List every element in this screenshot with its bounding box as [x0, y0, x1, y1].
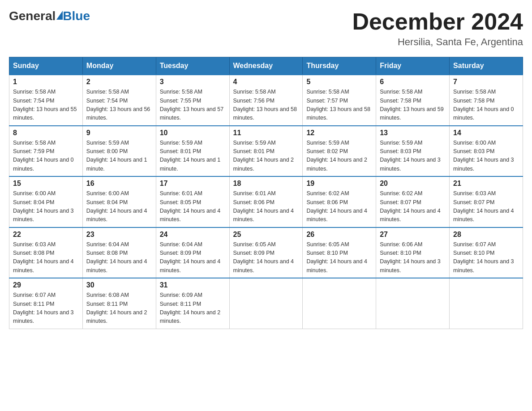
week-row-3: 15 Sunrise: 6:00 AM Sunset: 8:04 PM Dayl…: [9, 176, 523, 227]
day-info: Sunrise: 6:06 AM Sunset: 8:10 PM Dayligh…: [380, 240, 446, 275]
day-info: Sunrise: 6:04 AM Sunset: 8:08 PM Dayligh…: [86, 240, 152, 275]
week-row-2: 8 Sunrise: 5:58 AM Sunset: 7:59 PM Dayli…: [9, 126, 523, 177]
day-info: Sunrise: 6:00 AM Sunset: 8:04 PM Dayligh…: [13, 189, 79, 224]
day-cell: [303, 278, 376, 329]
day-info: Sunrise: 5:59 AM Sunset: 8:01 PM Dayligh…: [233, 139, 299, 174]
day-info: Sunrise: 5:58 AM Sunset: 7:57 PM Dayligh…: [306, 88, 372, 123]
day-info: Sunrise: 6:07 AM Sunset: 8:11 PM Dayligh…: [13, 291, 79, 326]
day-info: Sunrise: 6:00 AM Sunset: 8:04 PM Dayligh…: [86, 189, 152, 224]
day-info: Sunrise: 5:59 AM Sunset: 8:02 PM Dayligh…: [306, 139, 372, 174]
day-info: Sunrise: 5:59 AM Sunset: 8:00 PM Dayligh…: [86, 139, 152, 174]
day-number: 25: [233, 231, 299, 239]
day-cell: 5 Sunrise: 5:58 AM Sunset: 7:57 PM Dayli…: [303, 75, 376, 126]
header-row: Sunday Monday Tuesday Wednesday Thursday…: [9, 57, 523, 75]
day-info: Sunrise: 5:58 AM Sunset: 7:58 PM Dayligh…: [380, 88, 446, 123]
week-row-5: 29 Sunrise: 6:07 AM Sunset: 8:11 PM Dayl…: [9, 278, 523, 329]
day-cell: 20 Sunrise: 6:02 AM Sunset: 8:07 PM Dayl…: [376, 176, 450, 227]
day-number: 31: [160, 281, 226, 289]
header-thursday: Thursday: [303, 57, 376, 75]
header-monday: Monday: [82, 57, 156, 75]
day-number: 2: [86, 78, 152, 86]
day-cell: 15 Sunrise: 6:00 AM Sunset: 8:04 PM Dayl…: [9, 176, 83, 227]
day-number: 20: [380, 180, 446, 188]
day-number: 28: [453, 231, 519, 239]
day-cell: 19 Sunrise: 6:02 AM Sunset: 8:06 PM Dayl…: [303, 176, 376, 227]
day-info: Sunrise: 6:05 AM Sunset: 8:10 PM Dayligh…: [306, 240, 372, 275]
day-cell: 30 Sunrise: 6:08 AM Sunset: 8:11 PM Dayl…: [82, 278, 156, 329]
calendar-table: Sunday Monday Tuesday Wednesday Thursday…: [9, 57, 523, 329]
day-number: 17: [160, 180, 226, 188]
header-friday: Friday: [376, 57, 450, 75]
day-number: 26: [306, 231, 372, 239]
day-number: 9: [86, 129, 152, 137]
day-info: Sunrise: 5:58 AM Sunset: 7:54 PM Dayligh…: [86, 88, 152, 123]
day-info: Sunrise: 5:58 AM Sunset: 7:59 PM Dayligh…: [13, 139, 79, 174]
day-cell: [376, 278, 450, 329]
title-section: December 2024 Hersilia, Santa Fe, Argent…: [352, 9, 523, 48]
day-info: Sunrise: 6:01 AM Sunset: 8:05 PM Dayligh…: [160, 189, 226, 224]
day-cell: 17 Sunrise: 6:01 AM Sunset: 8:05 PM Dayl…: [156, 176, 229, 227]
day-cell: 16 Sunrise: 6:00 AM Sunset: 8:04 PM Dayl…: [82, 176, 156, 227]
day-number: 27: [380, 231, 446, 239]
day-cell: 2 Sunrise: 5:58 AM Sunset: 7:54 PM Dayli…: [82, 75, 156, 126]
day-cell: 14 Sunrise: 6:00 AM Sunset: 8:03 PM Dayl…: [450, 126, 523, 177]
day-info: Sunrise: 5:58 AM Sunset: 7:56 PM Dayligh…: [233, 88, 299, 123]
logo-text: General Blue: [9, 9, 90, 23]
day-info: Sunrise: 6:02 AM Sunset: 8:06 PM Dayligh…: [306, 189, 372, 224]
day-info: Sunrise: 6:03 AM Sunset: 8:07 PM Dayligh…: [453, 189, 519, 224]
day-info: Sunrise: 6:01 AM Sunset: 8:06 PM Dayligh…: [233, 189, 299, 224]
day-cell: 6 Sunrise: 5:58 AM Sunset: 7:58 PM Dayli…: [376, 75, 450, 126]
day-info: Sunrise: 6:00 AM Sunset: 8:03 PM Dayligh…: [453, 139, 519, 174]
day-cell: 28 Sunrise: 6:07 AM Sunset: 8:10 PM Dayl…: [450, 227, 523, 278]
day-number: 7: [453, 78, 519, 86]
day-number: 18: [233, 180, 299, 188]
day-info: Sunrise: 6:09 AM Sunset: 8:11 PM Dayligh…: [160, 291, 226, 326]
page-header: General Blue December 2024 Hersilia, San…: [9, 9, 523, 48]
day-number: 14: [453, 129, 519, 137]
day-cell: 24 Sunrise: 6:04 AM Sunset: 8:09 PM Dayl…: [156, 227, 229, 278]
day-cell: 25 Sunrise: 6:05 AM Sunset: 8:09 PM Dayl…: [229, 227, 303, 278]
logo-general: General: [9, 9, 56, 23]
day-cell: 27 Sunrise: 6:06 AM Sunset: 8:10 PM Dayl…: [376, 227, 450, 278]
day-cell: 26 Sunrise: 6:05 AM Sunset: 8:10 PM Dayl…: [303, 227, 376, 278]
day-cell: 29 Sunrise: 6:07 AM Sunset: 8:11 PM Dayl…: [9, 278, 83, 329]
day-info: Sunrise: 5:59 AM Sunset: 8:01 PM Dayligh…: [160, 139, 226, 174]
week-row-1: 1 Sunrise: 5:58 AM Sunset: 7:54 PM Dayli…: [9, 75, 523, 126]
day-cell: [229, 278, 303, 329]
day-info: Sunrise: 6:04 AM Sunset: 8:09 PM Dayligh…: [160, 240, 226, 275]
header-saturday: Saturday: [450, 57, 523, 75]
day-info: Sunrise: 6:08 AM Sunset: 8:11 PM Dayligh…: [86, 291, 152, 326]
day-cell: 31 Sunrise: 6:09 AM Sunset: 8:11 PM Dayl…: [156, 278, 229, 329]
day-number: 13: [380, 129, 446, 137]
logo-blue-part: Blue: [56, 9, 90, 23]
day-number: 4: [233, 78, 299, 86]
day-cell: 23 Sunrise: 6:04 AM Sunset: 8:08 PM Dayl…: [82, 227, 156, 278]
day-info: Sunrise: 5:59 AM Sunset: 8:03 PM Dayligh…: [380, 139, 446, 174]
day-number: 12: [306, 129, 372, 137]
day-number: 21: [453, 180, 519, 188]
day-number: 6: [380, 78, 446, 86]
day-number: 23: [86, 231, 152, 239]
day-cell: 10 Sunrise: 5:59 AM Sunset: 8:01 PM Dayl…: [156, 126, 229, 177]
day-cell: 21 Sunrise: 6:03 AM Sunset: 8:07 PM Dayl…: [450, 176, 523, 227]
day-cell: [450, 278, 523, 329]
day-number: 15: [13, 180, 79, 188]
day-number: 29: [13, 281, 79, 289]
day-cell: 1 Sunrise: 5:58 AM Sunset: 7:54 PM Dayli…: [9, 75, 83, 126]
day-cell: 22 Sunrise: 6:03 AM Sunset: 8:08 PM Dayl…: [9, 227, 83, 278]
day-info: Sunrise: 5:58 AM Sunset: 7:55 PM Dayligh…: [160, 88, 226, 123]
day-info: Sunrise: 6:02 AM Sunset: 8:07 PM Dayligh…: [380, 189, 446, 224]
day-cell: 9 Sunrise: 5:59 AM Sunset: 8:00 PM Dayli…: [82, 126, 156, 177]
day-number: 5: [306, 78, 372, 86]
day-info: Sunrise: 5:58 AM Sunset: 7:58 PM Dayligh…: [453, 88, 519, 123]
day-cell: 11 Sunrise: 5:59 AM Sunset: 8:01 PM Dayl…: [229, 126, 303, 177]
day-cell: 18 Sunrise: 6:01 AM Sunset: 8:06 PM Dayl…: [229, 176, 303, 227]
day-number: 16: [86, 180, 152, 188]
day-number: 19: [306, 180, 372, 188]
logo: General Blue: [9, 9, 90, 23]
logo-triangle-icon: [56, 11, 63, 20]
header-wednesday: Wednesday: [229, 57, 303, 75]
week-row-4: 22 Sunrise: 6:03 AM Sunset: 8:08 PM Dayl…: [9, 227, 523, 278]
day-info: Sunrise: 6:07 AM Sunset: 8:10 PM Dayligh…: [453, 240, 519, 275]
day-number: 11: [233, 129, 299, 137]
